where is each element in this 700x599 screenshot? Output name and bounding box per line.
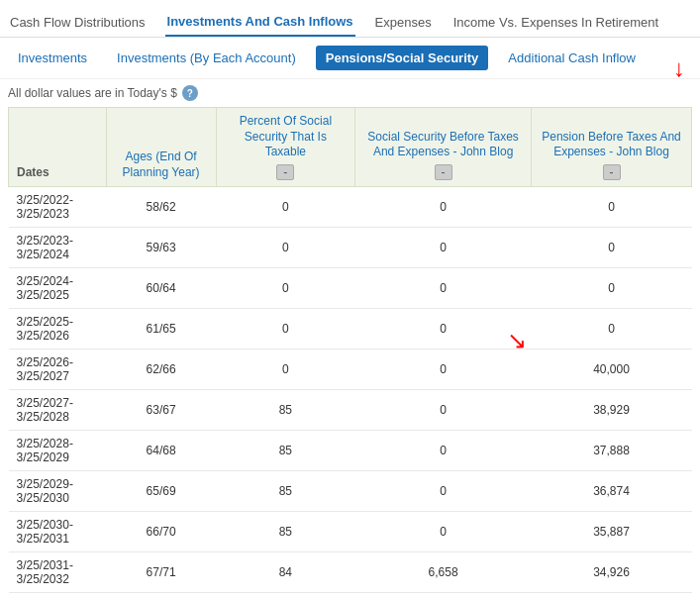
- table-row: 3/25/2028- 3/25/2029 64/68 85 0 37,888: [9, 431, 692, 471]
- cell-pct: 0: [216, 309, 355, 349]
- tab-expenses[interactable]: Expenses: [373, 9, 434, 36]
- col-pct-minus-btn[interactable]: -: [276, 164, 294, 180]
- cell-dates: 3/25/2024- 3/25/2025: [9, 268, 107, 309]
- table-row: 3/25/2029- 3/25/2030 65/69 85 0 36,874: [9, 471, 692, 512]
- table-row: 3/25/2022- 3/25/2023 58/62 0 0 0: [9, 187, 692, 228]
- info-bar: All dollar values are in Today's $ ?: [0, 79, 700, 107]
- cell-dates: 3/25/2028- 3/25/2029: [9, 431, 107, 471]
- cell-pension: 35,887: [532, 512, 692, 552]
- pension-table: Dates Ages (End Of Planning Year) Percen…: [8, 107, 692, 593]
- cell-pension: 36,874: [532, 471, 692, 512]
- table-row: 3/25/2023- 3/25/2024 59/63 0 0 0: [9, 228, 692, 268]
- cell-ages: 65/69: [106, 471, 216, 512]
- cell-pension: 38,929: [532, 390, 692, 431]
- col-header-ages: Ages (End Of Planning Year): [106, 108, 216, 187]
- col-header-pct-taxable: Percent Of Social Security That Is Taxab…: [216, 108, 355, 187]
- cell-pension: 0: [532, 228, 692, 268]
- cell-pct: 0: [216, 268, 355, 309]
- cell-ss: 0: [355, 268, 532, 309]
- col-header-pension: Pension Before Taxes And Expenses - John…: [532, 108, 692, 187]
- data-table-wrapper: Dates Ages (End Of Planning Year) Percen…: [0, 107, 700, 599]
- help-icon[interactable]: ?: [182, 85, 198, 101]
- cell-ages: 60/64: [106, 268, 216, 309]
- cell-ss: 0: [355, 512, 532, 552]
- cell-pension: 0: [532, 309, 692, 349]
- tab-investments-cash[interactable]: Investments And Cash Inflows: [165, 8, 355, 37]
- info-text: All dollar values are in Today's $: [8, 86, 177, 100]
- cell-ages: 58/62: [106, 187, 216, 228]
- cell-pension: 37,888: [532, 431, 692, 471]
- cell-ss: 0: [355, 431, 532, 471]
- cell-pct: 84: [216, 552, 355, 593]
- cell-ss: 0: [355, 471, 532, 512]
- cell-ss: 0: [355, 228, 532, 268]
- cell-ss: 0: [355, 349, 532, 390]
- cell-dates: 3/25/2022- 3/25/2023: [9, 187, 107, 228]
- cell-pension: 0: [532, 187, 692, 228]
- sub-navigation: Investments Investments (By Each Account…: [0, 38, 700, 79]
- tab-cash-flow[interactable]: Cash Flow Distributions: [8, 9, 148, 36]
- cell-pct: 0: [216, 187, 355, 228]
- tab-income-vs-expenses[interactable]: Income Vs. Expenses In Retirement: [451, 9, 660, 36]
- table-row: 3/25/2025- 3/25/2026 61/65 0 0 0: [9, 309, 692, 349]
- cell-pension: 0: [532, 268, 692, 309]
- table-row: 3/25/2026- 3/25/2027 62/66 0 0 40,000: [9, 349, 692, 390]
- col-ss-minus-btn[interactable]: -: [435, 164, 452, 180]
- col-header-dates: Dates: [9, 108, 107, 187]
- subnav-pensions-social-security[interactable]: Pensions/Social Security: [316, 46, 489, 70]
- col-pension-minus-btn[interactable]: -: [603, 164, 621, 180]
- cell-dates: 3/25/2031- 3/25/2032: [9, 552, 107, 593]
- cell-dates: 3/25/2026- 3/25/2027: [9, 349, 107, 390]
- cell-ages: 62/66: [106, 349, 216, 390]
- cell-pct: 85: [216, 471, 355, 512]
- cell-ages: 64/68: [106, 431, 216, 471]
- cell-ss: 0: [355, 309, 532, 349]
- cell-ages: 59/63: [106, 228, 216, 268]
- cell-dates: 3/25/2025- 3/25/2026: [9, 309, 107, 349]
- subnav-additional-cash[interactable]: Additional Cash Inflow: [498, 46, 646, 70]
- table-row: 3/25/2027- 3/25/2028 63/67 85 0 38,929: [9, 390, 692, 431]
- cell-ss: 0: [355, 187, 532, 228]
- subnav-investments[interactable]: Investments: [8, 46, 97, 70]
- subnav-investments-by-account[interactable]: Investments (By Each Account): [107, 46, 306, 70]
- table-row: 3/25/2024- 3/25/2025 60/64 0 0 0: [9, 268, 692, 309]
- cell-pct: 85: [216, 512, 355, 552]
- cell-dates: 3/25/2023- 3/25/2024: [9, 228, 107, 268]
- cell-ss: 0: [355, 390, 532, 431]
- table-row: 3/25/2030- 3/25/2031 66/70 85 0 35,887: [9, 512, 692, 552]
- cell-pension: 40,000: [532, 349, 692, 390]
- cell-ages: 63/67: [106, 390, 216, 431]
- cell-ages: 66/70: [106, 512, 216, 552]
- cell-ages: 67/71: [106, 552, 216, 593]
- cell-pension: 34,926: [532, 552, 692, 593]
- cell-dates: 3/25/2030- 3/25/2031: [9, 512, 107, 552]
- cell-dates: 3/25/2027- 3/25/2028: [9, 390, 107, 431]
- top-navigation: Cash Flow Distributions Investments And …: [0, 0, 700, 38]
- cell-pct: 0: [216, 228, 355, 268]
- table-row: 3/25/2031- 3/25/2032 67/71 84 6,658 34,9…: [9, 552, 692, 593]
- col-header-ss: Social Security Before Taxes And Expense…: [355, 108, 532, 187]
- cell-dates: 3/25/2029- 3/25/2030: [9, 471, 107, 512]
- cell-ages: 61/65: [106, 309, 216, 349]
- cell-pct: 85: [216, 390, 355, 431]
- cell-pct: 85: [216, 431, 355, 471]
- cell-ss: 6,658: [355, 552, 532, 593]
- cell-pct: 0: [216, 349, 355, 390]
